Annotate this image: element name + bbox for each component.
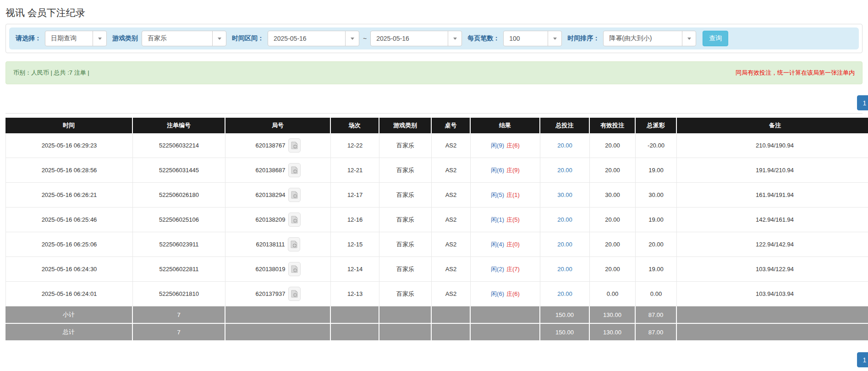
date-range-separator: ~ bbox=[363, 35, 367, 42]
bet-id-cell: 522506021810 bbox=[133, 282, 225, 306]
total-bet-link[interactable]: 20.00 bbox=[557, 290, 572, 297]
round-id-value: 620138019 bbox=[255, 266, 285, 273]
result-player-value: 闲(9) bbox=[491, 142, 504, 149]
total-payout-cell: 87.00 bbox=[636, 324, 677, 341]
result-cell: 闲(6)庄(6) bbox=[471, 282, 540, 306]
empty-cell bbox=[677, 306, 868, 324]
session-cell: 12-17 bbox=[331, 183, 379, 207]
round-id-value: 620138111 bbox=[256, 241, 285, 248]
bets-table: 时间注单编号局号场次游戏类别桌号结果总投注有效投注总派彩备注 2025-05-1… bbox=[5, 118, 868, 341]
filter-bar: 请选择： 日期查询 游戏类别 百家乐 时间区间： 2025-05-16 ~ 20… bbox=[9, 27, 859, 49]
total-row: 总计7150.00130.0087.00 bbox=[5, 324, 868, 341]
result-player-value: 闲(1) bbox=[491, 216, 504, 223]
chevron-down-icon bbox=[218, 38, 221, 40]
date-range-label: 时间区间： bbox=[232, 34, 264, 43]
result-banker-value: 庄(0) bbox=[506, 241, 520, 248]
page-wrap: 视讯 会员下注纪录 请选择： 日期查询 游戏类别 百家乐 时间区间： 2025-… bbox=[0, 6, 868, 367]
query-type-select[interactable]: 日期查询 bbox=[45, 31, 107, 46]
valid-bet-cell: 30.00 bbox=[590, 183, 636, 207]
bet-time-cell: 2025-05-16 06:25:06 bbox=[5, 232, 133, 257]
empty-cell bbox=[677, 324, 868, 341]
page-title: 视讯 会员下注纪录 bbox=[5, 6, 863, 19]
video-file-icon bbox=[291, 142, 298, 149]
empty-cell bbox=[225, 306, 331, 324]
game-type-cell: 百家乐 bbox=[379, 232, 432, 257]
total-bet-cell: 20.00 bbox=[540, 257, 590, 282]
total-bet-cell: 30.00 bbox=[540, 183, 590, 207]
result-cell: 闲(9)庄(6) bbox=[471, 133, 540, 158]
total-total-bet-cell: 150.00 bbox=[540, 324, 590, 341]
bets-table-section: 时间注单编号局号场次游戏类别桌号结果总投注有效投注总派彩备注 2025-05-1… bbox=[5, 113, 863, 341]
result-cell: 闲(1)庄(5) bbox=[471, 207, 540, 232]
video-replay-button[interactable] bbox=[288, 138, 301, 153]
page-size-select[interactable]: 100 bbox=[503, 31, 562, 46]
pagination-page-1[interactable]: 1 bbox=[857, 95, 868, 110]
round-id-cell: 620138767 bbox=[225, 133, 331, 158]
time-sort-caret-button[interactable] bbox=[682, 31, 696, 46]
chevron-down-icon bbox=[98, 38, 102, 40]
search-button[interactable]: 查询 bbox=[703, 31, 728, 46]
pagination-page-1[interactable]: 1 bbox=[857, 352, 868, 367]
table-no-cell: AS2 bbox=[432, 282, 471, 306]
video-file-icon bbox=[291, 191, 298, 199]
video-replay-button[interactable] bbox=[288, 237, 300, 251]
empty-cell bbox=[225, 324, 331, 341]
chevron-down-icon bbox=[553, 38, 557, 40]
payout-cell: 20.00 bbox=[636, 232, 677, 257]
payout-cell: -20.00 bbox=[636, 133, 677, 158]
total-bet-link[interactable]: 20.00 bbox=[557, 266, 572, 273]
result-banker-value: 庄(6) bbox=[506, 290, 520, 297]
payout-cell: 19.00 bbox=[636, 257, 677, 282]
video-replay-button[interactable] bbox=[288, 287, 301, 301]
note-cell: 191.94/210.94 bbox=[677, 158, 868, 183]
date-to-caret-button[interactable] bbox=[448, 31, 461, 46]
result-banker-value: 庄(5) bbox=[506, 216, 520, 223]
total-bet-link[interactable]: 20.00 bbox=[557, 241, 572, 248]
video-replay-button[interactable] bbox=[288, 262, 301, 276]
time-sort-select[interactable]: 降幂(由大到小) bbox=[603, 31, 696, 46]
bet-id-cell: 522506026180 bbox=[133, 183, 225, 207]
total-count-cell: 7 bbox=[133, 324, 225, 341]
game-type-select[interactable]: 百家乐 bbox=[142, 31, 226, 46]
total-bet-cell: 20.00 bbox=[540, 207, 590, 232]
valid-bet-cell: 0.00 bbox=[590, 282, 636, 306]
summary-bar: 币别：人民币 | 总共 :7 注单 | 同局有效投注，统一计算在该局第一张注单内 bbox=[5, 61, 863, 84]
empty-cell bbox=[379, 324, 432, 341]
round-id-value: 620138209 bbox=[255, 216, 285, 223]
subtotal-payout-cell: 87.00 bbox=[636, 306, 677, 324]
bet-id-cell: 522506031445 bbox=[133, 158, 225, 183]
video-replay-button[interactable] bbox=[288, 163, 301, 177]
note-cell: 210.94/190.94 bbox=[677, 133, 868, 158]
date-from-select[interactable]: 2025-05-16 bbox=[268, 31, 359, 46]
total-bet-link[interactable]: 30.00 bbox=[557, 191, 572, 198]
video-file-icon bbox=[291, 216, 298, 224]
page-size-caret-button[interactable] bbox=[548, 31, 561, 46]
query-type-caret-button[interactable] bbox=[93, 31, 106, 46]
note-cell: 161.94/191.94 bbox=[677, 183, 868, 207]
round-id-cell: 620138111 bbox=[225, 232, 331, 257]
total-bet-link[interactable]: 20.00 bbox=[557, 216, 572, 223]
game-type-cell: 百家乐 bbox=[379, 207, 432, 232]
bet-time-cell: 2025-05-16 06:25:46 bbox=[5, 207, 133, 232]
table-no-cell: AS2 bbox=[432, 232, 471, 257]
total-label-cell: 总计 bbox=[5, 324, 133, 341]
video-replay-button[interactable] bbox=[288, 188, 301, 202]
table-header-cell: 桌号 bbox=[432, 118, 471, 133]
note-cell: 103.94/103.94 bbox=[677, 282, 868, 306]
total-bet-link[interactable]: 20.00 bbox=[557, 167, 572, 174]
date-from-caret-button[interactable] bbox=[345, 31, 359, 46]
empty-cell bbox=[432, 306, 471, 324]
round-id-wrap: 620138687 bbox=[227, 163, 329, 177]
subtotal-label-cell: 小计 bbox=[5, 306, 133, 324]
total-bet-link[interactable]: 20.00 bbox=[557, 142, 572, 149]
game-type-caret-button[interactable] bbox=[212, 31, 226, 46]
table-no-cell: AS2 bbox=[432, 133, 471, 158]
table-row: 2025-05-16 06:24:30522506022811620138019… bbox=[5, 257, 868, 282]
result-cell: 闲(2)庄(7) bbox=[471, 257, 540, 282]
session-cell: 12-21 bbox=[331, 158, 379, 183]
round-id-value: 620138294 bbox=[255, 191, 285, 198]
bet-id-cell: 522506023911 bbox=[133, 232, 225, 257]
round-id-value: 620138687 bbox=[255, 167, 285, 174]
date-to-select[interactable]: 2025-05-16 bbox=[370, 31, 462, 46]
video-replay-button[interactable] bbox=[288, 213, 301, 227]
